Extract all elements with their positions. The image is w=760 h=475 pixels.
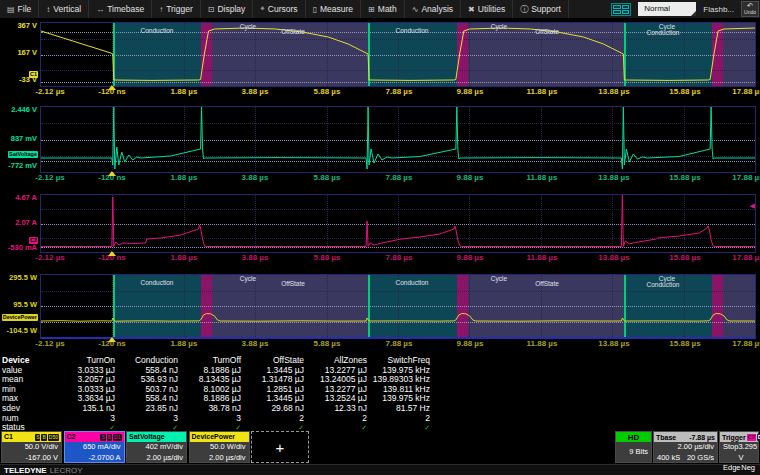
menu-item-label: Timebase <box>107 4 144 14</box>
descriptor-offset: -2.0700 A <box>65 453 124 464</box>
menu-item-label: Utilities <box>478 4 505 14</box>
y-axis-label-bottom: -104.5 W <box>0 326 37 335</box>
descriptor-scale: 402 mV/div <box>127 442 186 453</box>
measure-icon: ▯ <box>313 5 317 14</box>
timebase-offset: -7.88 µs <box>689 434 715 441</box>
x-tick-label: -2.12 µs <box>35 339 65 348</box>
menu-item-label: Cursors <box>268 4 298 14</box>
channel-ground-marker-devicepower[interactable]: DevicePower <box>2 314 38 321</box>
menu-item-label: Trigger <box>166 4 193 14</box>
brand-lecroy: LECROY <box>50 466 83 475</box>
menu-item-label: Display <box>217 4 245 14</box>
flashback-button[interactable]: Flashb... <box>703 5 734 14</box>
zone-label: Conduction <box>396 279 429 286</box>
descriptor-header: SatVoltage <box>127 432 186 442</box>
grid-quadrant-icon <box>622 5 630 9</box>
menu-item-display[interactable]: ⊡Display <box>201 0 254 18</box>
menu-item-vertical[interactable]: ↕Vertical <box>39 0 89 18</box>
menu-item-label: Analysis <box>421 4 453 14</box>
zone-label: Conduction <box>141 279 174 286</box>
channel-name: SatVoltage <box>129 432 165 442</box>
grid-section-satvoltage: 2.446 V 837 mV -772 mV SatVoltage -2.12 … <box>0 106 760 186</box>
zone-label: Conduction <box>647 29 680 36</box>
file-icon: ▤ <box>7 5 15 14</box>
channel-ground-marker-satvoltage[interactable]: SatVoltage <box>8 151 38 158</box>
measure-table-row: num333222 <box>2 414 430 424</box>
menu-item-file[interactable]: ▤File <box>0 0 39 18</box>
satvoltage-waveform <box>41 107 755 172</box>
descriptor-scale: 50.0 V/div <box>2 442 61 453</box>
trigger-mode-dropdown[interactable]: Normal <box>638 2 696 16</box>
trigger-level-marker[interactable]: ◀ <box>750 202 755 209</box>
display-grid-button[interactable] <box>611 3 631 16</box>
zone-label: Conduction <box>141 27 174 34</box>
x-tick-label: 15.88 µs <box>669 339 700 348</box>
menu-item-measure[interactable]: ▯Measure <box>306 0 361 18</box>
channel-ground-marker-c2[interactable]: C2 <box>29 237 38 244</box>
x-tick-label: 13.88 µs <box>598 173 629 182</box>
x-tick-label: 9.88 µs <box>457 253 484 262</box>
undo-button[interactable]: ↶ Undo <box>741 1 759 17</box>
x-tick-label: 7.88 µs <box>386 339 413 348</box>
y-axis-label-top: 295.5 W <box>0 273 37 282</box>
descriptor-scale: 650 mA/div <box>65 442 124 453</box>
menu-item-trigger[interactable]: ↑Trigger <box>152 0 201 18</box>
x-tick-label: 9.88 µs <box>457 173 484 182</box>
x-tick-label: 3.88 µs <box>242 173 269 182</box>
descriptor-header: DevicePower <box>190 432 249 442</box>
descriptor-badge: B <box>107 434 112 441</box>
table-cell: 3 <box>178 414 241 424</box>
zone-label: Cycle <box>491 23 507 30</box>
waveform-grid-c1[interactable]: ConductionCycleOffStateConductionCycleOf… <box>40 22 756 87</box>
waveform-grid-devicepower[interactable]: ConductionCycleOffStateConductionCycleOf… <box>40 274 756 339</box>
x-tick-label: 11.88 µs <box>527 87 558 96</box>
menu-item-math[interactable]: ⊞Math <box>361 0 405 18</box>
channel-ground-marker-c1[interactable]: C1 <box>29 71 38 78</box>
hd-mode-box[interactable]: HD 9 Bits <box>615 431 652 463</box>
x-tick-label: 5.88 µs <box>314 173 341 182</box>
table-cell: 29.68 nJ <box>241 404 304 414</box>
x-tick-label: 11.88 µs <box>527 253 558 262</box>
x-tick-label: 5.88 µs <box>314 339 341 348</box>
menu-items: ▤File↕Vertical↔Timebase↑Trigger⊡Display⌖… <box>0 0 569 18</box>
x-tick-label: -2.12 µs <box>35 253 65 262</box>
menu-item-cursors[interactable]: ⌖Cursors <box>253 0 305 18</box>
menu-item-timebase[interactable]: ↔Timebase <box>89 0 152 18</box>
x-tick-label: -2.12 µs <box>35 87 65 96</box>
waveform-grid-satvoltage[interactable] <box>40 106 756 173</box>
channel-name: C1 <box>4 432 13 442</box>
channel-descriptor-c1[interactable]: C1SBD5050.0 V/div-167.00 V <box>1 431 62 463</box>
waveform-grid-c2[interactable]: ◀ <box>40 194 756 253</box>
channel-name: C2 <box>67 432 76 442</box>
zone-label: OffState <box>281 28 305 35</box>
timebase-samples: 400 kS <box>657 453 680 464</box>
menu-item-support[interactable]: ⓘSupport <box>513 0 569 18</box>
table-cell: 135.1 nJ <box>52 404 115 414</box>
add-trace-button[interactable]: + <box>251 431 309 463</box>
status-bar: TELEDYNELECROY <box>0 464 760 475</box>
c2-waveform <box>41 195 755 252</box>
timebase-descriptor[interactable]: Tbase -7.88 µs 2.00 µs/div 400 kS 20 GS/… <box>653 431 718 463</box>
menu-item-label: File <box>18 4 32 14</box>
channel-descriptor-devicepower[interactable]: DevicePower50.0 W/div2.00 µs/div <box>189 431 250 463</box>
menu-item-label: Math <box>378 4 397 14</box>
hd-badge: HD <box>616 432 651 442</box>
menu-item-analysis[interactable]: ∿Analysis <box>405 0 461 18</box>
y-axis-label-mid: 95.5 W <box>0 300 37 309</box>
x-tick-label: 17.88 µs <box>732 253 760 262</box>
menu-item-utilities[interactable]: ✖Utilities <box>461 0 513 18</box>
x-tick-label: 1.88 µs <box>171 87 198 96</box>
channel-descriptor-satvoltage[interactable]: SatVoltage402 mV/div2.00 µs/div <box>126 431 187 463</box>
trigger-descriptor[interactable]: Trigger C2 DC Stop 3.295 V Edge Neg <box>719 431 759 463</box>
grid-section-c1: 367 V 167 V -33 V C1 ConductionCycleOffS… <box>0 22 760 100</box>
support-icon: ⓘ <box>520 4 528 15</box>
descriptor-badge: B <box>41 434 46 441</box>
x-tick-label: 13.88 µs <box>598 253 629 262</box>
table-cell: 2 <box>367 414 430 424</box>
x-axis-c1: -2.12 µs-120 ns1.88 µs3.88 µs5.88 µs7.88… <box>0 86 760 98</box>
table-cell: 23.85 nJ <box>115 404 178 414</box>
x-tick-label: 3.88 µs <box>242 87 269 96</box>
channel-descriptor-c2[interactable]: C2SBD1650 mA/div-2.0700 A <box>64 431 125 463</box>
x-tick-label: 1.88 µs <box>171 173 198 182</box>
x-tick-label: 3.88 µs <box>242 253 269 262</box>
